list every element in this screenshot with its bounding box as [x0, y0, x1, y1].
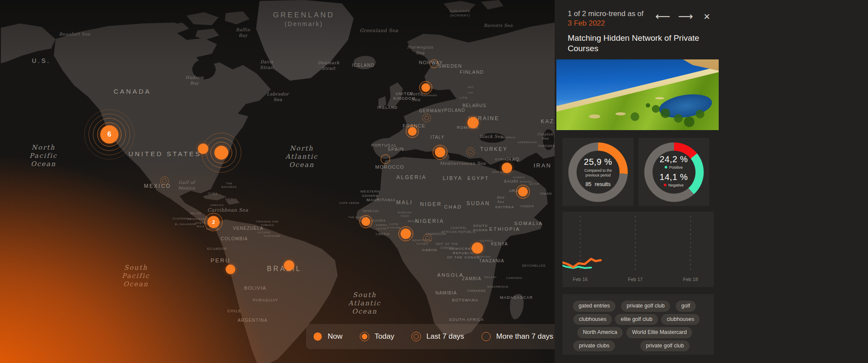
prev-trend-button[interactable]: ⟵ — [655, 11, 670, 22]
results-count: 85 results — [585, 181, 611, 187]
map-legend-bar: NowTodayLast 7 daysMore than 7 days ago — [306, 324, 555, 349]
legend-label: Now — [328, 332, 342, 341]
negative-legend: Negative — [664, 183, 684, 187]
keyword-tag[interactable]: gated entries — [573, 301, 615, 312]
tag-row: North AmericaWorld Elite Mastercard — [569, 327, 708, 338]
legend-label: More than 7 days ago — [496, 332, 555, 341]
results-donut-card: 25,9 % Compared to the previous period 8… — [562, 138, 634, 206]
positive-dot-icon — [665, 166, 667, 169]
legend-item-last7[interactable]: Last 7 days — [411, 331, 464, 342]
legend-label: Last 7 days — [426, 332, 464, 341]
micro-trend-panel: 1 of 2 micro-trend as of 3 Feb 2022 ⟵ ⟶ … — [555, 0, 868, 363]
positive-percent: 24,2 % — [660, 154, 688, 164]
negative-label: Negative — [668, 183, 684, 187]
keyword-tag[interactable]: golf — [676, 301, 696, 312]
legend-item-now[interactable]: Now — [312, 331, 342, 342]
legend-label: Today — [375, 332, 394, 341]
now-marker-icon — [312, 331, 323, 342]
keyword-tag[interactable]: clubhouses — [573, 314, 612, 325]
trend-series-mentions — [562, 259, 601, 267]
sentiment-donut-card: 24,2 % Positive 14,1 % Negative — [638, 138, 709, 206]
keyword-tags-card: gated entriesprivate golf clubgolfclubho… — [562, 294, 714, 355]
negative-dot-icon — [664, 184, 667, 186]
trend-markers-layer: 62 — [0, 0, 555, 363]
panel-nav: ⟵ ⟶ ✕ — [655, 11, 710, 22]
photo-bunkers — [589, 114, 600, 118]
results-percent: 25,9 % — [584, 157, 612, 167]
positive-label: Positive — [669, 165, 683, 170]
legend-item-more7[interactable]: More than 7 days ago — [480, 331, 555, 342]
keyword-tag[interactable]: North America — [577, 327, 623, 338]
tag-row: private clubsprivate golf club — [569, 340, 708, 352]
photo-trees — [646, 103, 650, 108]
trend-title: Matching Hidden Network of Private Cours… — [568, 33, 702, 54]
panel-header-count: 1 of 2 micro-trend as of — [568, 10, 644, 18]
keyword-tag[interactable]: clubhouses — [661, 314, 700, 325]
trend-photo — [556, 59, 719, 130]
chart-tick-label: Feb 16 — [573, 277, 588, 282]
close-icon[interactable]: ✕ — [701, 13, 710, 21]
world-map[interactable]: NorthPacificOceanNorthAtlanticOceanSouth… — [0, 0, 555, 363]
negative-percent: 14,1 % — [660, 172, 688, 182]
chart-tick-label: Feb 18 — [683, 277, 698, 282]
keyword-tag[interactable]: World Elite Mastercard — [626, 327, 692, 338]
tag-row: gated entriesprivate golf clubgolf — [569, 301, 708, 312]
more7-marker-icon — [480, 331, 492, 342]
keyword-tag[interactable]: private golf club — [621, 301, 671, 312]
last7-marker-icon — [411, 331, 422, 342]
chart-tick-label: Feb 17 — [628, 277, 643, 282]
legend-item-today[interactable]: Today — [359, 331, 394, 342]
next-trend-button[interactable]: ⟶ — [678, 11, 693, 22]
trend-line-card: Feb 16Feb 17Feb 18 — [562, 212, 714, 287]
results-compare-label: Compared to the previous period — [578, 168, 618, 177]
tag-row: clubhouseselite golf clubclubhouses — [569, 314, 708, 325]
panel-header-date: 3 Feb 2022 — [568, 19, 605, 28]
today-marker-icon — [359, 331, 370, 342]
keyword-tag[interactable]: private golf club — [640, 340, 690, 352]
app-window: NorthPacificOceanNorthAtlanticOceanSouth… — [0, 0, 868, 363]
keyword-tag[interactable]: elite golf club — [615, 314, 658, 325]
positive-legend: Positive — [665, 165, 683, 170]
trend-line-chart: Feb 16Feb 17Feb 18 — [562, 212, 714, 287]
keyword-tag[interactable]: private clubs — [573, 340, 615, 352]
